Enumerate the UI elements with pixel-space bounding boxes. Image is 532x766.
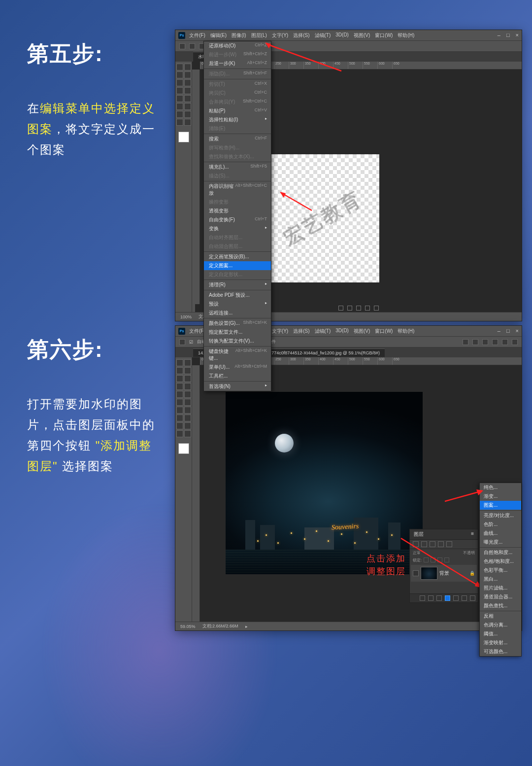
menu-adobepdf[interactable]: Adobe PDF 预设... <box>204 291 271 300</box>
menu-help[interactable]: 帮助(H) <box>398 328 414 335</box>
filter-icon[interactable] <box>421 541 427 547</box>
menu-file[interactable]: 文件(F) <box>189 32 205 39</box>
menu-3d[interactable]: 3D(D) <box>335 328 349 335</box>
lock-icon[interactable] <box>444 557 449 562</box>
path-tool-icon[interactable] <box>176 111 183 118</box>
icon[interactable] <box>338 306 343 311</box>
heal-tool-icon[interactable] <box>176 383 183 390</box>
menu-file[interactable]: 文件(F) <box>189 328 205 335</box>
lock-icon[interactable] <box>431 557 435 562</box>
menu-menus[interactable]: 菜单(U)...Alt+Shift+Ctrl+M <box>204 363 271 372</box>
group-icon[interactable] <box>453 595 459 601</box>
lasso-tool-icon[interactable] <box>184 367 191 374</box>
color-swatch-icon[interactable] <box>178 443 189 454</box>
eraser-tool-icon[interactable] <box>176 95 183 102</box>
chevron-right-icon[interactable]: ▸ <box>245 624 248 629</box>
align-icon[interactable] <box>472 339 478 345</box>
menu-stepback[interactable]: 后退一步(K)Alt+Ctrl+Z <box>204 59 271 68</box>
adj-threshold[interactable]: 阈值... <box>480 629 521 638</box>
icon[interactable] <box>356 306 361 311</box>
menu-window[interactable]: 窗口(W) <box>375 32 393 39</box>
menu-stepfwd[interactable]: 前进一步(W)Shift+Ctrl+Z <box>204 50 271 59</box>
adj-curves[interactable]: 曲线... <box>480 529 521 538</box>
zoom-tool-icon[interactable] <box>184 119 191 126</box>
menu-type[interactable]: 文字(Y) <box>272 328 288 335</box>
menu-fade[interactable]: 渐隐(D)...Shift+Ctrl+F <box>204 70 271 78</box>
align-icon[interactable] <box>463 339 468 345</box>
blur-tool-icon[interactable] <box>176 407 183 414</box>
dist-icon[interactable] <box>492 339 498 345</box>
dist-icon[interactable] <box>512 339 518 345</box>
menu-edit[interactable]: 编辑(E) <box>210 32 227 39</box>
opt-icon[interactable] <box>189 43 195 49</box>
menu-remote[interactable]: 远程连接... <box>204 309 271 317</box>
menu-shortcuts[interactable]: 键盘快捷键...Alt+Shift+Ctrl+K <box>204 347 271 363</box>
hand-tool-icon[interactable] <box>176 119 183 126</box>
menu-transform[interactable]: 变换▸ <box>204 224 271 233</box>
adj-colorbalance[interactable]: 色彩平衡... <box>480 566 521 575</box>
eyedropper-tool-icon[interactable] <box>184 375 191 382</box>
eraser-tool-icon[interactable] <box>176 399 183 406</box>
menu-pastespecial[interactable]: 选择性粘贴(I)▸ <box>204 115 271 124</box>
align-icon[interactable] <box>482 339 488 345</box>
adj-channelmixer[interactable]: 通道混合器... <box>480 592 521 601</box>
menu-findreplace[interactable]: 查找和替换文本(X)... <box>204 152 271 161</box>
adj-posterize[interactable]: 色调分离... <box>480 621 521 629</box>
menu-search[interactable]: 搜索Ctrl+F <box>204 135 271 143</box>
menu-type[interactable]: 文字(Y) <box>272 32 288 39</box>
move-tool-icon[interactable] <box>179 339 185 345</box>
menu-layer[interactable]: 图层(L) <box>251 32 267 39</box>
adj-gradient[interactable]: 渐变... <box>480 492 521 501</box>
menu-spellcheck[interactable]: 拼写检查(H)... <box>204 143 271 152</box>
menu-fill[interactable]: 填充(L)...Shift+F5 <box>204 163 271 172</box>
menu-select[interactable]: 选择(S) <box>293 328 309 335</box>
menu-definebrush[interactable]: 定义画笔预设(B)... <box>204 252 271 261</box>
icon[interactable] <box>365 306 370 311</box>
crop-tool-icon[interactable] <box>176 375 183 382</box>
menu-window[interactable]: 窗口(W) <box>375 328 393 335</box>
adj-colorlookup[interactable]: 颜色查找... <box>480 601 521 610</box>
shape-tool-icon[interactable] <box>184 111 191 118</box>
adj-vibrance[interactable]: 自然饱和度... <box>480 548 521 557</box>
shape-tool-icon[interactable] <box>184 422 191 429</box>
menu-undo[interactable]: 还原移动(O)Ctrl+Z <box>204 41 271 50</box>
menu-cut[interactable]: 剪切(T)Ctrl+X <box>204 80 271 89</box>
blend-mode[interactable]: 正常 <box>413 550 421 556</box>
menu-help[interactable]: 帮助(H) <box>398 32 414 39</box>
menu-definepattern[interactable]: 定义图案... <box>204 261 271 270</box>
filter-icon[interactable] <box>438 541 444 547</box>
adj-pattern[interactable]: 图案... <box>480 501 521 510</box>
artboard-tool-icon[interactable] <box>184 359 191 366</box>
history-brush-icon[interactable] <box>184 391 191 398</box>
move-tool-icon[interactable] <box>176 64 183 70</box>
adj-brightness[interactable]: 亮度/对比度... <box>480 511 521 520</box>
menu-puppet[interactable]: 操控变形 <box>204 198 271 207</box>
hand-tool-icon[interactable] <box>176 430 183 437</box>
menu-perspective[interactable]: 透视变形 <box>204 207 271 215</box>
menu-copy[interactable]: 拷贝(C)Ctrl+C <box>204 89 271 98</box>
dodge-tool-icon[interactable] <box>184 407 191 414</box>
menu-autoblend[interactable]: 自动混合图层... <box>204 242 271 251</box>
path-tool-icon[interactable] <box>176 422 183 429</box>
type-tool-icon[interactable] <box>184 103 191 110</box>
maximize-icon[interactable]: □ <box>506 32 510 38</box>
close-icon[interactable]: × <box>516 32 519 38</box>
filter-icon[interactable] <box>446 541 452 547</box>
menu-view[interactable]: 视图(V) <box>354 32 370 39</box>
visibility-icon[interactable] <box>413 570 419 576</box>
opacity[interactable]: 不透明 <box>463 550 475 556</box>
adj-selective[interactable]: 可选颜色... <box>480 647 521 656</box>
panel-menu-icon[interactable]: ≡ <box>471 531 474 538</box>
type-tool-icon[interactable] <box>184 415 191 421</box>
brush-tool-icon[interactable] <box>184 383 191 390</box>
menu-preferences[interactable]: 首选项(N)▸ <box>204 382 271 391</box>
filter-icon[interactable] <box>413 541 419 547</box>
crop-tool-icon[interactable] <box>176 79 183 86</box>
clone-tool-icon[interactable] <box>184 87 191 94</box>
menu-stroke[interactable]: 描边(S)... <box>204 172 271 180</box>
adj-bw[interactable]: 黑白... <box>480 575 521 584</box>
icon[interactable] <box>347 306 352 311</box>
zoom-tool-icon[interactable] <box>184 430 191 437</box>
icon[interactable] <box>374 306 379 311</box>
adj-hue[interactable]: 色相/饱和度... <box>480 557 521 566</box>
